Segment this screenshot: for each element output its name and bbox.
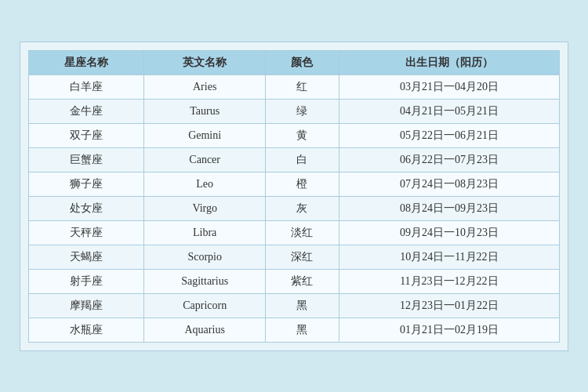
header-dates: 出生日期（阳历） [339, 50, 559, 74]
cell-dates: 04月21日一05月21日 [339, 99, 559, 123]
cell-english-name: Aries [144, 74, 266, 99]
zodiac-table-container: 星座名称 英文名称 颜色 出生日期（阳历） 白羊座Aries红03月21日一04… [20, 42, 568, 351]
cell-chinese-name: 天秤座 [29, 220, 144, 245]
cell-color: 紫红 [266, 269, 339, 293]
table-row: 天蝎座Scorpio深红10月24日一11月22日 [29, 245, 560, 269]
header-color: 颜色 [266, 50, 339, 74]
cell-color: 黑 [266, 318, 339, 342]
cell-color: 淡红 [266, 220, 339, 245]
cell-color: 深红 [266, 245, 339, 269]
cell-english-name: Scorpio [144, 245, 266, 269]
cell-chinese-name: 天蝎座 [29, 245, 144, 269]
table-row: 巨蟹座Cancer白06月22日一07月23日 [29, 147, 560, 172]
cell-color: 白 [266, 147, 339, 172]
cell-dates: 01月21日一02月19日 [339, 318, 559, 342]
table-row: 处女座Virgo灰08月24日一09月23日 [29, 196, 560, 220]
table-row: 白羊座Aries红03月21日一04月20日 [29, 74, 560, 99]
cell-color: 红 [266, 74, 339, 99]
cell-dates: 12月23日一01月22日 [339, 293, 559, 318]
cell-dates: 11月23日一12月22日 [339, 269, 559, 293]
cell-dates: 08月24日一09月23日 [339, 196, 559, 220]
cell-chinese-name: 金牛座 [29, 99, 144, 123]
cell-english-name: Taurus [144, 99, 266, 123]
table-row: 狮子座Leo橙07月24日一08月23日 [29, 172, 560, 196]
table-row: 射手座Sagittarius紫红11月23日一12月22日 [29, 269, 560, 293]
cell-chinese-name: 狮子座 [29, 172, 144, 196]
cell-chinese-name: 水瓶座 [29, 318, 144, 342]
cell-chinese-name: 巨蟹座 [29, 147, 144, 172]
cell-color: 灰 [266, 196, 339, 220]
cell-english-name: Gemini [144, 123, 266, 147]
cell-dates: 10月24日一11月22日 [339, 245, 559, 269]
cell-dates: 05月22日一06月21日 [339, 123, 559, 147]
cell-chinese-name: 双子座 [29, 123, 144, 147]
table-row: 金牛座Taurus绿04月21日一05月21日 [29, 99, 560, 123]
header-chinese-name: 星座名称 [29, 50, 144, 74]
cell-chinese-name: 处女座 [29, 196, 144, 220]
table-row: 摩羯座Capricorn黑12月23日一01月22日 [29, 293, 560, 318]
cell-dates: 07月24日一08月23日 [339, 172, 559, 196]
cell-dates: 03月21日一04月20日 [339, 74, 559, 99]
cell-english-name: Sagittarius [144, 269, 266, 293]
cell-english-name: Capricorn [144, 293, 266, 318]
zodiac-table: 星座名称 英文名称 颜色 出生日期（阳历） 白羊座Aries红03月21日一04… [28, 50, 560, 343]
cell-color: 绿 [266, 99, 339, 123]
table-row: 水瓶座Aquarius黑01月21日一02月19日 [29, 318, 560, 342]
table-row: 天秤座Libra淡红09月24日一10月23日 [29, 220, 560, 245]
table-header-row: 星座名称 英文名称 颜色 出生日期（阳历） [29, 50, 560, 74]
cell-english-name: Virgo [144, 196, 266, 220]
cell-color: 橙 [266, 172, 339, 196]
header-english-name: 英文名称 [144, 50, 266, 74]
cell-english-name: Aquarius [144, 318, 266, 342]
cell-english-name: Libra [144, 220, 266, 245]
cell-chinese-name: 白羊座 [29, 74, 144, 99]
cell-chinese-name: 摩羯座 [29, 293, 144, 318]
cell-dates: 06月22日一07月23日 [339, 147, 559, 172]
cell-color: 黄 [266, 123, 339, 147]
cell-english-name: Cancer [144, 147, 266, 172]
cell-chinese-name: 射手座 [29, 269, 144, 293]
cell-dates: 09月24日一10月23日 [339, 220, 559, 245]
cell-color: 黑 [266, 293, 339, 318]
table-row: 双子座Gemini黄05月22日一06月21日 [29, 123, 560, 147]
cell-english-name: Leo [144, 172, 266, 196]
